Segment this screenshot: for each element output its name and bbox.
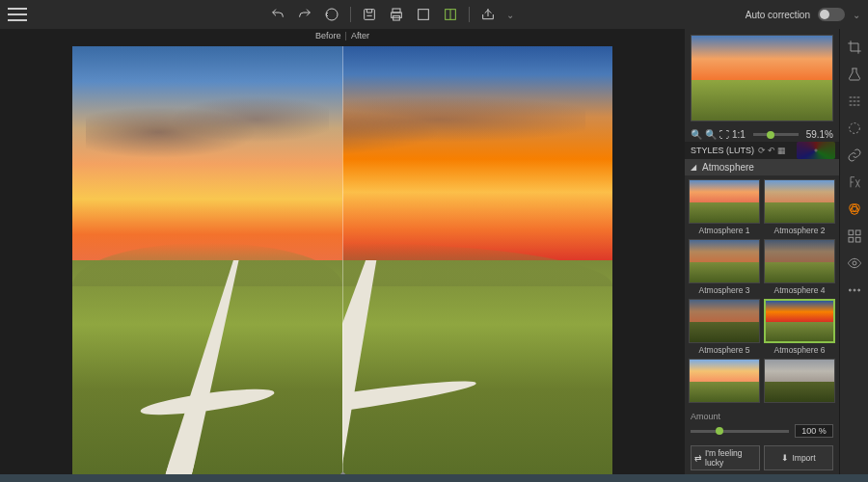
svg-rect-0 — [365, 10, 375, 20]
preset-4[interactable]: Atmosphere 4 — [764, 239, 835, 295]
toolbar-center: ⌄ — [39, 6, 746, 23]
undo-icon[interactable] — [269, 6, 286, 23]
amount-row: Amount 100 % — [685, 408, 839, 442]
preset-actions: ⇄I'm feeling lucky ⬇Import — [685, 442, 839, 474]
history-icon[interactable] — [323, 6, 340, 23]
status-bar — [0, 474, 868, 482]
auto-correction-toggle[interactable] — [818, 8, 845, 21]
menu-button[interactable] — [8, 8, 27, 21]
main-row: Before | After ◆ — [0, 29, 868, 474]
color-icon[interactable] — [846, 201, 863, 218]
svg-rect-11 — [849, 230, 854, 235]
save-icon[interactable] — [361, 6, 378, 23]
styles-title: STYLES (LUTS) — [691, 146, 754, 155]
category-header[interactable]: ◢ Atmosphere — [685, 159, 839, 175]
preset-label: Atmosphere 5 — [689, 345, 760, 355]
preset-label: Atmosphere 2 — [764, 226, 835, 235]
preset-label: Atmosphere 1 — [689, 226, 760, 235]
svg-point-10 — [851, 206, 858, 214]
preset-label: Atmosphere 6 — [764, 345, 835, 355]
marquee-icon[interactable] — [846, 120, 863, 137]
link-icon[interactable] — [846, 147, 863, 164]
zoom-controls: 🔍 🔍 ⛶ 1:1 59.1% — [685, 127, 839, 142]
svg-rect-12 — [855, 230, 860, 235]
sliders-icon[interactable] — [846, 93, 863, 110]
compare-handle-icon[interactable]: ◆ — [339, 469, 347, 474]
svg-point-17 — [854, 289, 855, 291]
styles-refresh-icon[interactable]: ⟳ — [758, 146, 766, 155]
crop-icon[interactable] — [846, 39, 863, 56]
zoom-out-icon[interactable]: 🔍 — [691, 129, 702, 140]
zoom-value: 59.1% — [806, 129, 833, 140]
auto-correction-dropdown-icon[interactable]: ⌄ — [853, 10, 860, 20]
fx-icon[interactable] — [846, 174, 863, 191]
svg-rect-4 — [419, 10, 429, 20]
compare-labels: Before | After — [315, 31, 369, 40]
top-toolbar: ⌄ Auto correction ⌄ — [0, 0, 868, 29]
image-preview[interactable]: ◆ — [72, 46, 612, 474]
amount-label: Amount — [691, 412, 833, 421]
compare-divider[interactable] — [342, 46, 343, 474]
print-icon[interactable] — [388, 6, 405, 23]
preset-3[interactable]: Atmosphere 3 — [689, 239, 760, 295]
navigator-preview[interactable] — [691, 35, 833, 121]
before-half — [72, 46, 342, 474]
right-panel: 🔍 🔍 ⛶ 1:1 59.1% STYLES (LUTS) ⟳ ↶ ▦ ◢ At… — [685, 29, 839, 474]
amount-slider[interactable] — [691, 430, 789, 433]
styles-grid-icon[interactable]: ▦ — [777, 146, 786, 155]
lab-icon[interactable] — [846, 66, 863, 83]
preset-5[interactable]: Atmosphere 5 — [689, 299, 760, 355]
fit-icon[interactable]: ⛶ — [719, 129, 729, 140]
amount-value[interactable]: 100 % — [795, 424, 833, 438]
preset-7[interactable] — [689, 359, 760, 405]
toolbar-right: Auto correction ⌄ — [746, 8, 860, 21]
grid-icon[interactable] — [846, 228, 863, 245]
svg-point-18 — [857, 289, 859, 291]
styles-decoration-icon — [797, 142, 835, 159]
svg-rect-14 — [855, 237, 860, 242]
category-label: Atmosphere — [702, 162, 754, 173]
svg-point-7 — [849, 123, 859, 134]
auto-correction-label: Auto correction — [746, 10, 810, 20]
preset-8[interactable] — [764, 359, 835, 405]
svg-point-16 — [849, 289, 851, 291]
canvas-area: Before | After ◆ — [0, 29, 685, 474]
redo-icon[interactable] — [296, 6, 313, 23]
share-icon[interactable] — [479, 6, 497, 23]
preset-6[interactable]: Atmosphere 6 — [764, 299, 835, 355]
svg-rect-13 — [849, 237, 854, 242]
styles-panel-header: STYLES (LUTS) ⟳ ↶ ▦ — [685, 142, 839, 159]
zoom-in-icon[interactable]: 🔍 — [705, 129, 717, 140]
preset-label: Atmosphere 4 — [764, 285, 835, 295]
after-half — [342, 46, 612, 474]
import-button[interactable]: ⬇Import — [764, 445, 833, 470]
single-view-icon[interactable] — [415, 6, 432, 23]
compare-view-icon[interactable] — [442, 6, 459, 23]
styles-undo-icon[interactable]: ↶ — [768, 146, 775, 155]
actual-size-icon[interactable]: 1:1 — [732, 129, 746, 140]
before-label: Before — [315, 31, 341, 40]
zoom-slider[interactable] — [753, 133, 799, 136]
svg-point-15 — [853, 261, 856, 265]
more-icon[interactable] — [846, 281, 863, 299]
preset-1[interactable]: Atmosphere 1 — [689, 179, 760, 235]
after-label: After — [351, 31, 369, 40]
tool-rail — [839, 29, 868, 474]
preset-grid: Atmosphere 1Atmosphere 2Atmosphere 3Atmo… — [685, 175, 839, 408]
eye-icon[interactable] — [846, 254, 863, 272]
svg-rect-1 — [393, 9, 400, 13]
preset-label: Atmosphere 3 — [689, 285, 760, 295]
share-dropdown-icon[interactable]: ⌄ — [506, 10, 514, 20]
collapse-icon: ◢ — [691, 163, 696, 172]
lucky-button[interactable]: ⇄I'm feeling lucky — [691, 445, 760, 470]
shuffle-icon: ⇄ — [694, 453, 702, 463]
import-icon: ⬇ — [781, 453, 789, 463]
preset-2[interactable]: Atmosphere 2 — [764, 179, 835, 235]
